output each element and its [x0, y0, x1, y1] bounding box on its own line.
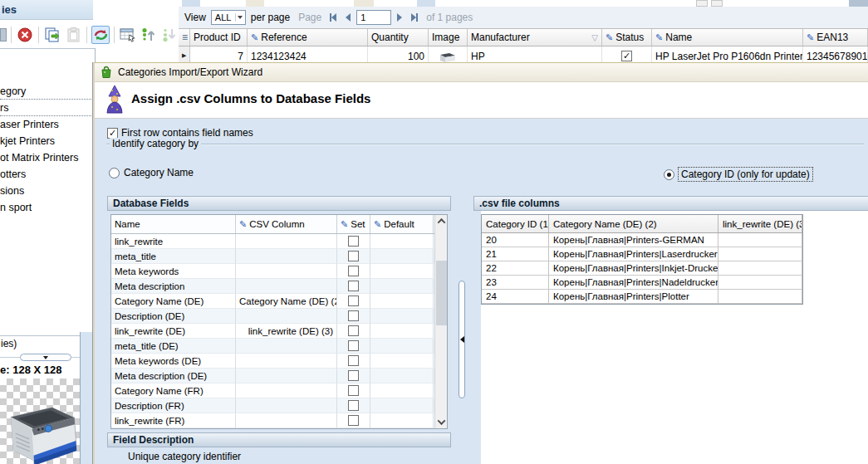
db-field-row[interactable]: link_rewrite (FR) [111, 413, 434, 428]
first-page-button[interactable] [326, 11, 340, 24]
db-field-row[interactable]: meta_title [111, 249, 434, 264]
db-field-row[interactable]: Meta description (DE) [111, 369, 434, 383]
csv-data-row[interactable]: 22Корень|Главная|Printers|Inkjet-Drucker [482, 261, 802, 276]
filter-icon[interactable]: ▽ [591, 33, 598, 42]
set-checkbox[interactable] [348, 355, 359, 366]
cell-image[interactable] [429, 46, 468, 62]
csv-column-header[interactable]: Category Name (DE) (2) [549, 215, 718, 232]
status-checkbox[interactable]: ✓ [621, 51, 632, 61]
csv-cell: 22 [482, 261, 549, 276]
db-field-row[interactable]: Category Name (FR) [111, 383, 434, 398]
set-checkbox[interactable] [348, 370, 359, 381]
db-field-row[interactable]: Description (DE) [111, 309, 434, 324]
db-column-header-set[interactable]: ✎Set [337, 215, 370, 233]
scrollbar-thumb[interactable] [436, 261, 447, 325]
page-number-input[interactable] [356, 10, 391, 25]
table-settings-icon[interactable] [119, 26, 137, 44]
csv-data-row[interactable]: 23Корень|Главная|Printers|Nadeldrucker [482, 276, 802, 290]
sort-ascending-icon[interactable] [140, 26, 158, 44]
copy-icon[interactable] [43, 26, 61, 44]
set-checkbox[interactable] [348, 415, 359, 426]
column-header-quantity[interactable]: Quantity [368, 29, 429, 46]
column-header-name[interactable]: ✎Name [652, 29, 803, 46]
column-header-ean13[interactable]: ✎EAN13 [803, 29, 868, 46]
db-column-header-csv-column[interactable]: ✎CSV Column [236, 215, 337, 233]
cell-name[interactable]: HP LaserJet Pro P1606dn Printer [652, 46, 803, 62]
scroll-up-button[interactable] [435, 215, 448, 227]
db-column-header-name[interactable]: Name [111, 215, 236, 233]
tree-item[interactable]: ot Matrix Printers [0, 149, 95, 166]
csv-data-row[interactable]: 21Корень|Главная|Printers|Laserdrucker [482, 247, 802, 261]
row-indicator-header[interactable]: ≡ [179, 29, 190, 46]
cell-quantity[interactable]: 100 [368, 46, 429, 62]
clipped-icon[interactable] [0, 26, 7, 44]
tree-item[interactable]: kjet Printers [0, 133, 95, 149]
vertical-scrollbar[interactable] [434, 215, 447, 428]
cell-product-id[interactable]: 7 [190, 46, 248, 62]
tree-item[interactable]: sions [0, 183, 95, 199]
per-page-select[interactable]: ALL [211, 10, 246, 25]
db-column-header-default[interactable]: ✎Default [370, 215, 434, 233]
last-page-button[interactable] [408, 11, 421, 24]
db-field-row[interactable]: link_rewrite (DE)link_rewrite (DE) (3) [111, 324, 434, 339]
clipped-toolbar-icon[interactable] [354, 0, 374, 7]
products-grid-row[interactable]: ▶71234123424100HP✓HP LaserJet Pro P1606d… [179, 46, 868, 62]
first-row-checkbox[interactable]: ✓ [107, 128, 118, 139]
clipped-toolbar-icon[interactable] [417, 0, 435, 7]
panel-splitter-handle[interactable] [459, 281, 465, 398]
db-field-row[interactable]: Category Name (DE)Category Name (DE) (2) [111, 294, 434, 309]
csv-column-header[interactable]: link_rewrite (DE) (3) [718, 215, 802, 232]
db-field-row[interactable]: Description (FR) [111, 398, 434, 413]
preview-splitter-handle[interactable] [20, 354, 71, 361]
csv-column-header[interactable]: Category ID (1) [482, 215, 549, 232]
tree-item[interactable]: rs [0, 100, 95, 116]
paste-icon[interactable] [64, 26, 82, 44]
csv-data-row[interactable]: 24Корень|Главная|Printers|Plotter [482, 290, 802, 304]
cell-ean13[interactable]: 1234567890123 [803, 46, 868, 62]
refresh-icon[interactable] [91, 26, 110, 44]
set-checkbox[interactable] [348, 325, 359, 336]
cell-status[interactable]: ✓ [602, 46, 652, 62]
delete-icon[interactable] [16, 26, 34, 44]
set-checkbox[interactable] [348, 340, 359, 351]
db-field-row[interactable]: Meta keywords (DE) [111, 354, 434, 369]
clipped-toolbar-icon[interactable] [246, 0, 264, 7]
radio-category-name-label: Category Name [124, 167, 194, 178]
set-checkbox[interactable] [348, 295, 359, 306]
column-header-reference[interactable]: ✎Reference [248, 29, 368, 46]
next-page-button[interactable] [393, 11, 406, 24]
cell-reference[interactable]: 1234123424 [248, 46, 368, 62]
set-checkbox[interactable] [348, 251, 359, 261]
set-checkbox[interactable] [348, 400, 359, 411]
sort-descending-icon[interactable] [160, 26, 179, 44]
column-header-product-id[interactable]: Product ID [190, 29, 248, 46]
clipped-toolbar-icon[interactable] [182, 0, 200, 7]
tree-item[interactable]: n sport [0, 199, 95, 216]
clipped-toolbar-icon[interactable] [711, 0, 723, 7]
column-header-manufacturer[interactable]: Manufacturer▽ [468, 29, 602, 46]
set-checkbox[interactable] [348, 310, 359, 321]
radio-category-id[interactable]: Category ID (only for update) [664, 168, 812, 181]
db-field-row[interactable]: meta_title (DE) [111, 339, 434, 354]
tree-item[interactable]: egory [0, 83, 95, 100]
column-header-image[interactable]: Image [429, 29, 468, 46]
db-field-row[interactable]: link_rewrite [111, 234, 434, 249]
previous-page-button[interactable] [341, 11, 355, 24]
tree-item[interactable]: otters [0, 166, 95, 183]
clipped-toolbar-icon[interactable] [849, 0, 868, 7]
clipped-toolbar-icon[interactable] [696, 0, 708, 7]
cell-manufacturer[interactable]: HP [468, 46, 602, 62]
set-checkbox[interactable] [348, 236, 359, 247]
scroll-down-button[interactable] [435, 416, 448, 428]
column-header-status[interactable]: ✎Status [602, 29, 652, 46]
vertical-splitter[interactable] [80, 332, 93, 464]
csv-data-row[interactable]: 20Корень|Главная|Printers-GERMAN [482, 233, 802, 247]
radio-category-name[interactable]: Category Name [109, 167, 194, 178]
set-checkbox[interactable] [348, 385, 359, 396]
db-field-row[interactable]: Meta keywords [111, 264, 434, 279]
tree-item[interactable]: aser Printers [0, 116, 95, 133]
sidebar-right-border [95, 48, 96, 62]
db-field-row[interactable]: Meta description [111, 279, 434, 294]
set-checkbox[interactable] [348, 281, 359, 291]
set-checkbox[interactable] [348, 266, 359, 276]
